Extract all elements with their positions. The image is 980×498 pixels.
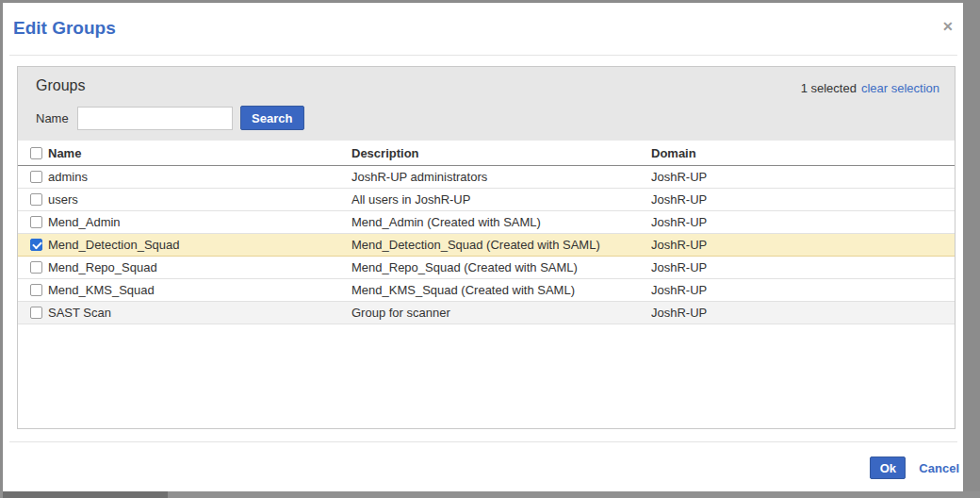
row-checkbox[interactable]: [30, 307, 42, 319]
row-checkbox[interactable]: [30, 239, 42, 251]
cell-domain: JoshR-UP: [651, 238, 955, 252]
table-row[interactable]: users All users in JoshR-UP JoshR-UP: [18, 189, 955, 211]
cell-domain: JoshR-UP: [651, 215, 955, 229]
select-all-checkbox[interactable]: [30, 147, 42, 159]
cell-description: Mend_Repo_Squad (Created with SAML): [351, 260, 651, 274]
footer-divider: [9, 441, 957, 442]
panel-header: Groups 1 selectedclear selection Name Se…: [18, 67, 955, 141]
table-header-row: Name Description Domain: [18, 141, 955, 166]
row-checkbox[interactable]: [30, 193, 42, 206]
cell-description: Mend_Admin (Created with SAML): [351, 215, 651, 229]
footer: Ok Cancel: [870, 456, 959, 479]
selection-count: 1 selected: [801, 81, 857, 95]
column-header-domain: Domain: [651, 146, 955, 160]
cell-name: admins: [48, 170, 351, 184]
cell-domain: JoshR-UP: [651, 192, 955, 207]
selection-info: 1 selectedclear selection: [801, 81, 939, 95]
cell-name: Mend_Admin: [48, 215, 351, 229]
table-row[interactable]: Mend_Repo_Squad Mend_Repo_Squad (Created…: [18, 257, 955, 279]
cell-domain: JoshR-UP: [651, 283, 955, 297]
groups-panel: Groups 1 selectedclear selection Name Se…: [17, 66, 956, 429]
ok-button[interactable]: Ok: [870, 456, 906, 479]
column-header-name: Name: [48, 146, 351, 160]
window-frame-top: [0, 0, 980, 3]
dialog-title: Edit Groups: [13, 18, 116, 39]
cell-description: JoshR-UP administrators: [351, 170, 651, 184]
cell-domain: JoshR-UP: [651, 260, 955, 274]
row-checkbox[interactable]: [30, 261, 42, 274]
table-row[interactable]: SAST Scan Group for scanner JoshR-UP: [18, 302, 955, 324]
table-row[interactable]: Mend_Detection_Squad Mend_Detection_Squa…: [18, 234, 955, 257]
window-frame-right: [963, 0, 980, 498]
name-search-input[interactable]: [77, 107, 233, 130]
cell-name: SAST Scan: [48, 306, 351, 320]
horizontal-scrollbar-thumb[interactable]: [3, 491, 168, 498]
cell-domain: JoshR-UP: [651, 170, 955, 184]
column-header-description: Description: [351, 146, 651, 160]
cell-name: Mend_KMS_Squad: [48, 283, 351, 297]
cell-domain: JoshR-UP: [651, 306, 955, 320]
title-divider: [9, 55, 957, 56]
cell-description: Mend_KMS_Squad (Created with SAML): [351, 283, 651, 297]
window-frame-left: [0, 0, 3, 498]
row-checkbox[interactable]: [30, 216, 42, 228]
cell-name: Mend_Detection_Squad: [48, 238, 351, 252]
cell-description: Mend_Detection_Squad (Created with SAML): [351, 238, 651, 252]
cell-name: Mend_Repo_Squad: [48, 260, 351, 274]
table-row[interactable]: Mend_KMS_Squad Mend_KMS_Squad (Created w…: [18, 279, 955, 302]
cell-description: Group for scanner: [351, 306, 651, 320]
group-table-body: admins JoshR-UP administrators JoshR-UP …: [18, 166, 955, 324]
table-row[interactable]: Mend_Admin Mend_Admin (Created with SAML…: [18, 211, 955, 234]
row-checkbox[interactable]: [30, 171, 42, 183]
search-row: Name Search: [36, 106, 304, 130]
close-icon[interactable]: ✕: [942, 20, 954, 33]
row-checkbox[interactable]: [30, 284, 42, 296]
cell-description: All users in JoshR-UP: [351, 192, 651, 207]
clear-selection-link[interactable]: clear selection: [861, 81, 939, 95]
panel-title: Groups: [36, 77, 85, 94]
cancel-button[interactable]: Cancel: [919, 461, 959, 475]
name-label: Name: [36, 111, 69, 125]
table-row[interactable]: admins JoshR-UP administrators JoshR-UP: [18, 166, 955, 189]
cell-name: users: [48, 192, 351, 207]
search-button[interactable]: Search: [240, 106, 304, 130]
